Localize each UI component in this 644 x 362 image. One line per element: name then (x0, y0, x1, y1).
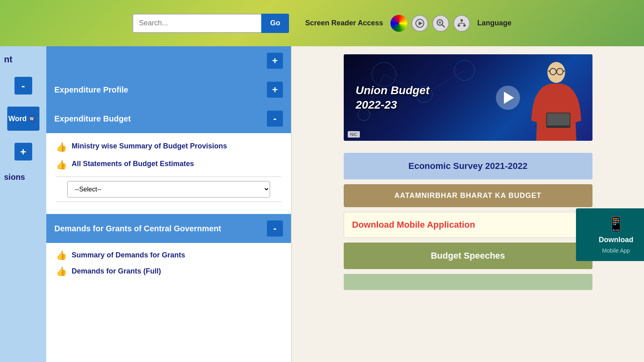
top-bar: Go Screen Reader Access (0, 0, 644, 46)
video-play-button[interactable] (496, 86, 520, 110)
download-popup-label: Download (599, 236, 634, 244)
color-wheel-icon[interactable] (390, 15, 407, 32)
mobile-app-icon: 📱 (607, 216, 625, 232)
word-icon[interactable]: Word W (7, 107, 39, 131)
left-sidebar: nt - Word W + sions (0, 46, 46, 362)
sidebar-minus-button[interactable]: - (14, 77, 32, 95)
media-icon[interactable] (411, 15, 428, 32)
video-thumbnail[interactable]: Union Budget 2022-23 (344, 54, 592, 141)
expenditure-budget-toggle[interactable]: - (267, 111, 283, 127)
sidebar-plus-button[interactable]: + (14, 143, 32, 160)
budget-select-dropdown[interactable]: --Select-- (67, 181, 270, 197)
svg-marker-1 (419, 21, 423, 25)
expenditure-profile-title: Expenditure Profile (54, 85, 128, 95)
right-cards: Economic Survey 2021-2022 AATAMNIRBHAR B… (292, 149, 644, 299)
top-icons (390, 15, 470, 32)
partial-section-toggle[interactable]: + (267, 53, 283, 69)
search-button[interactable]: Go (261, 14, 289, 33)
expenditure-profile-header[interactable]: Expenditure Profile + (46, 75, 291, 104)
download-mobile-card[interactable]: Download Mobile Application 📱 Download M… (344, 212, 592, 238)
next-card[interactable] (344, 274, 592, 290)
sitemap-icon[interactable] (453, 15, 470, 32)
sidebar-bottom-label: sions (0, 173, 46, 182)
partial-section-header[interactable]: + (46, 46, 291, 75)
top-right-items: Screen Reader Access (305, 15, 511, 32)
search-area: Go (132, 14, 289, 33)
budget-item-statements-text: All Statements of Budget Estimates (72, 159, 194, 169)
svg-rect-24 (547, 113, 570, 125)
economic-survey-card[interactable]: Economic Survey 2021-2022 (344, 153, 592, 179)
download-popup[interactable]: 📱 Download Mobile App (576, 208, 644, 261)
aatma-card[interactable]: AATAMNIRBHAR BHARAT KA BUDGET (344, 184, 592, 207)
demands-section: Demands for Grants of Central Government… (46, 214, 291, 288)
sidebar-top-label: nt (0, 54, 46, 65)
budget-item-statements[interactable]: 👍 All Statements of Budget Estimates (56, 159, 281, 170)
svg-rect-6 (460, 19, 463, 21)
download-popup-sublabel: Mobile App (602, 247, 630, 254)
demands-items: 👍 Summary of Demands for Grants 👍 Demand… (46, 243, 291, 288)
demands-header[interactable]: Demands for Grants of Central Government… (46, 214, 291, 243)
demands-item-summary-text: Summary of Demands for Grants (72, 251, 185, 259)
budget-item-ministry-text: Ministry wise Summary of Budget Provisio… (72, 141, 227, 151)
language-label[interactable]: Language (477, 19, 512, 27)
demands-title: Demands for Grants of Central Government (54, 224, 221, 233)
svg-text:W: W (30, 117, 34, 121)
demands-item-summary[interactable]: 👍 Summary of Demands for Grants (56, 249, 281, 261)
thumbs-icon-full: 👍 (56, 266, 67, 277)
search-input[interactable] (132, 14, 261, 33)
main-left-panel: + Expenditure Profile + Expenditure Budg… (46, 46, 292, 362)
video-person-silhouette (524, 60, 588, 141)
expenditure-profile-toggle[interactable]: + (267, 82, 283, 98)
expenditure-budget-header[interactable]: Expenditure Budget - (46, 104, 291, 133)
svg-rect-8 (463, 25, 466, 27)
svg-line-3 (442, 25, 445, 27)
demands-item-full[interactable]: 👍 Demands for Grants (Full) (56, 265, 281, 277)
budget-speeches-card[interactable]: Budget Speeches (344, 243, 592, 269)
word-label: Word (8, 115, 27, 123)
demands-toggle[interactable]: - (267, 220, 283, 237)
expenditure-budget-title: Expenditure Budget (54, 114, 131, 123)
video-title: Union Budget 2022-23 (356, 83, 430, 112)
zoom-icon[interactable] (432, 15, 449, 32)
nic-badge: NIC (348, 131, 360, 138)
expenditure-budget-items: 👍 Ministry wise Summary of Budget Provis… (46, 133, 291, 214)
thumbs-icon-statements: 👍 (56, 160, 67, 170)
svg-rect-7 (458, 25, 460, 27)
main-right-panel: Union Budget 2022-23 (292, 46, 644, 362)
download-app-text: Download Mobile Application (352, 220, 475, 230)
screen-reader-label: Screen Reader Access (305, 19, 383, 27)
thumbs-icon-summary: 👍 (56, 250, 67, 261)
divider-2 (56, 202, 281, 202)
thumbs-icon-ministry: 👍 (56, 142, 67, 152)
budget-item-ministry[interactable]: 👍 Ministry wise Summary of Budget Provis… (56, 141, 281, 152)
svg-line-19 (424, 70, 464, 95)
divider-1 (56, 177, 281, 177)
demands-item-full-text: Demands for Grants (Full) (72, 267, 161, 276)
